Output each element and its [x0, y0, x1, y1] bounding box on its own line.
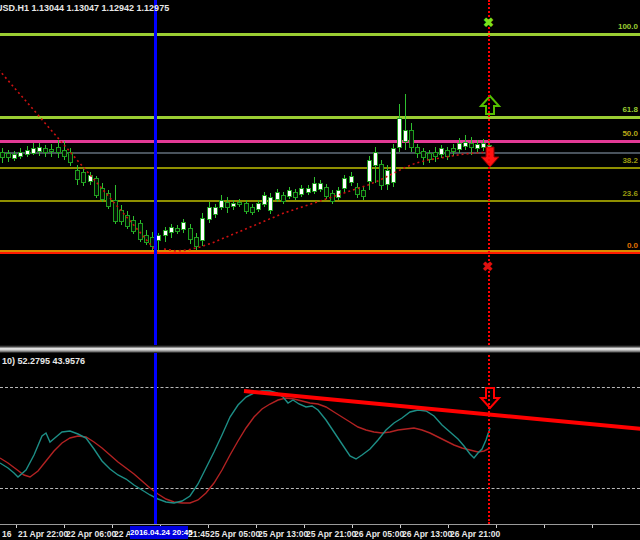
mt4-chart-window[interactable]: USD.H1 1.13044 1.13047 1.12942 1.12975 1…: [0, 0, 640, 540]
candle-body-u: [231, 203, 236, 207]
candle-body-d: [379, 164, 384, 186]
candle-body-d: [144, 235, 149, 243]
fib-label-61.8: 61.8: [578, 105, 638, 114]
candle-body-d: [68, 152, 73, 163]
candle-body-u: [268, 197, 273, 211]
time-axis-tick: [304, 525, 305, 528]
window-splitter[interactable]: [0, 345, 640, 353]
candle-body-u: [367, 160, 372, 182]
time-axis-tick: [112, 525, 113, 528]
candle-body-d: [43, 148, 48, 153]
price-chart-area[interactable]: 100.061.850.038.223.60.0: [0, 0, 640, 345]
time-axis-label: 21 Apr 22:00: [18, 529, 68, 539]
candle-body-d: [106, 193, 111, 207]
candle-body-u: [299, 188, 304, 195]
bid-price-line: [0, 152, 640, 154]
candle-body-u: [349, 176, 354, 183]
candle-body-d: [81, 172, 86, 183]
candle-body-u: [342, 178, 347, 189]
candle-body-u: [481, 143, 486, 148]
candle-body-d: [415, 147, 420, 154]
candle-body-d: [324, 187, 329, 197]
green-cross-icon[interactable]: ✖: [483, 16, 494, 29]
candle-body-d: [94, 178, 99, 196]
candle-body-u: [18, 152, 23, 157]
candle-body-d: [469, 143, 474, 148]
fib-line-0.0[interactable]: [0, 252, 640, 254]
candle-body-u: [256, 203, 261, 210]
candle-body-u: [391, 148, 396, 183]
time-axis-tick: [256, 525, 257, 528]
symbol-ohlc-title: USD.H1 1.13044 1.13047 1.12942 1.12975: [0, 3, 169, 13]
time-axis-tick: [400, 525, 401, 528]
candle-body-u: [439, 148, 444, 155]
candle-body-d: [113, 200, 118, 222]
candle-body-d: [355, 187, 360, 195]
candle-body-d: [56, 147, 61, 153]
candle-body-d: [75, 170, 80, 180]
stoch-level-dashed-1: [0, 488, 640, 489]
time-axis-label: 26 Apr 05:00: [354, 529, 404, 539]
candle-body-d: [293, 192, 298, 198]
fib-line-50.0[interactable]: [0, 140, 640, 143]
stochastic-panel-area[interactable]: [0, 353, 640, 524]
candle-body-u: [200, 218, 205, 241]
time-axis-label: 22 A: [114, 529, 132, 539]
candle-body-u: [373, 152, 378, 166]
fib-line-38.2[interactable]: [0, 167, 640, 169]
fib-label-50.0: 50.0: [578, 129, 638, 138]
candle-body-u: [306, 188, 311, 193]
red-cross-icon[interactable]: ✖: [482, 260, 493, 273]
time-axis-label: 26 Apr 13:00: [402, 529, 452, 539]
candle-body-u: [262, 195, 267, 205]
fib-line-23.6[interactable]: [0, 200, 640, 202]
fib-label-0.0: 0.0: [578, 241, 638, 250]
fib-label-100.0: 100.0: [578, 22, 638, 31]
candle-body-d: [237, 202, 242, 205]
candle-body-u: [403, 130, 408, 142]
candle-body-d: [330, 193, 335, 202]
candle-body-d: [244, 203, 249, 212]
time-axis-label: 25 Apr 05:00: [210, 529, 260, 539]
candle-body-u: [37, 147, 42, 152]
candle-body-u: [287, 190, 292, 197]
time-axis-label: 25 Apr 21:00: [306, 529, 356, 539]
candle-body-u: [275, 192, 280, 200]
candle-body-u: [163, 230, 168, 236]
candle-body-u: [457, 143, 462, 150]
time-axis-tick: [208, 525, 209, 528]
candle-body-d: [6, 153, 11, 158]
candle-body-d: [0, 152, 5, 158]
time-axis-label: 25 Apr 13:00: [258, 529, 308, 539]
blue-vertical-line[interactable]: [154, 0, 157, 524]
time-axis-tick: [448, 525, 449, 528]
time-axis-tick: [64, 525, 65, 528]
candle-body-d: [175, 228, 180, 232]
time-axis-tick: [592, 525, 593, 528]
stoch-level-dashed-0: [0, 387, 640, 388]
candle-body-u: [463, 142, 468, 147]
candle-body-d: [138, 223, 143, 240]
zero-level-orange-line: [0, 250, 640, 252]
candle-body-u: [12, 154, 17, 159]
time-axis-tick: [496, 525, 497, 528]
time-axis-label: 22 Apr 06:00: [66, 529, 116, 539]
candle-body-d: [409, 130, 414, 148]
candle-body-u: [207, 207, 212, 220]
candle-body-u: [475, 144, 480, 149]
candle-body-u: [385, 170, 390, 185]
candle-body-u: [169, 227, 174, 233]
fib-line-100.0[interactable]: [0, 33, 640, 36]
candle-body-u: [181, 222, 186, 230]
candle-body-u: [219, 200, 224, 208]
time-axis-tick: [16, 525, 17, 528]
stochastic-indicator-label: 10) 52.2795 43.9576: [2, 356, 85, 366]
fib-label-23.6: 23.6: [578, 189, 638, 198]
candle-body-u: [88, 175, 93, 182]
candle-body-d: [131, 220, 136, 232]
candle-body-d: [125, 215, 130, 227]
fib-line-61.8[interactable]: [0, 116, 640, 119]
candle-body-u: [31, 148, 36, 154]
candle-body-d: [225, 202, 230, 208]
candle-body-u: [312, 183, 317, 192]
